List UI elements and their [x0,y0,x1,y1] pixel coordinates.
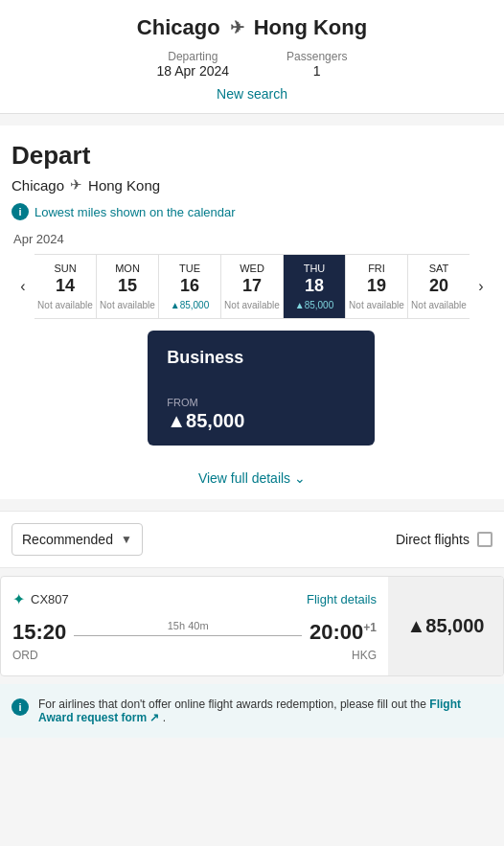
calendar-day-17[interactable]: WED 17 Not available [221,255,284,318]
day-number: 15 [99,276,156,296]
calendar-day-14[interactable]: SUN 14 Not available [34,255,97,318]
day-number: 14 [36,276,94,296]
lowest-miles-banner: i Lowest miles shown on the calendar [11,203,493,220]
info-footer-text: For airlines that don't offer online fli… [38,697,493,724]
next-day-indicator: +1 [363,621,377,634]
info-footer: i For airlines that don't offer online f… [0,684,504,738]
from-label: FROM [167,397,355,408]
direct-flights-checkbox[interactable] [477,532,493,547]
business-card[interactable]: Business FROM ▲85,000 [148,331,375,446]
departure-time: 15:20 [12,620,66,645]
miles-amount: ▲85,000 [407,615,485,637]
day-status: Not available [223,300,281,310]
flight-info: ✦ CX807 Flight details 15:20 15h 40m 20:… [1,577,388,675]
calendar-next-button[interactable]: › [470,254,493,319]
airport-row: ORD HKG [12,649,377,662]
times-row: 15:20 15h 40m 20:00+1 [12,620,377,645]
day-number: 20 [410,276,468,296]
chevron-down-icon: ⌄ [294,470,306,486]
new-search-button[interactable]: New search [217,86,287,102]
direct-flights-label: Direct flights [396,532,470,547]
calendar-day-16[interactable]: TUE 16 ▲85,000 [159,255,221,318]
header: Chicago ✈ Hong Kong Departing 18 Apr 202… [0,0,504,114]
day-status: Not available [410,300,468,310]
day-name: MON [99,263,156,274]
sub-arrow-icon: ✈ [70,176,82,194]
day-number: 18 [286,276,343,296]
airline-row: ✦ CX807 Flight details [12,590,377,608]
day-number: 19 [348,276,405,296]
calendar-day-20[interactable]: SAT 20 Not available [408,255,470,318]
calendar-month: Apr 2024 [11,232,493,246]
sub-origin: Chicago [11,177,64,194]
business-label: Business [167,348,355,368]
departing-info: Departing 18 Apr 2024 [157,50,230,79]
dropdown-arrow-icon: ▼ [121,533,132,546]
day-name: THU [286,263,343,274]
sub-destination: Hong Kong [88,177,160,194]
destination-city: Hong Kong [254,15,368,40]
day-miles: ▲85,000 [161,300,218,310]
day-name: SAT [410,263,468,274]
depart-section: Depart Chicago ✈ Hong Kong i Lowest mile… [0,126,504,499]
flight-arrow-icon: ✈ [230,17,244,38]
from-miles: ▲85,000 [167,410,355,432]
passengers-count: 1 [286,63,347,79]
trip-info: Departing 18 Apr 2024 Passengers 1 [11,50,493,79]
calendar-day-19[interactable]: FRI 19 Not available [346,255,408,318]
day-number: 17 [223,276,281,296]
day-name: FRI [348,263,405,274]
day-name: WED [223,263,281,274]
flight-line-bar [74,635,302,636]
sort-label: Recommended [22,532,113,547]
flight-duration: 15h 40m [164,620,213,631]
flight-card: ✦ CX807 Flight details 15:20 15h 40m 20:… [0,576,504,676]
miles-icon: ▲ [407,615,426,636]
sort-dropdown[interactable]: Recommended ▼ [11,523,143,556]
day-name: SUN [36,263,94,274]
info-footer-icon: i [11,698,29,716]
departure-airport: ORD [12,649,38,662]
departing-date: 18 Apr 2024 [157,63,230,79]
day-status: Not available [348,300,405,310]
direct-flights-toggle[interactable]: Direct flights [396,532,493,547]
flight-line: 15h 40m [74,626,302,640]
business-card-wrap: Business FROM ▲85,000 [11,319,493,457]
passengers-info: Passengers 1 [286,50,347,79]
day-status: Not available [36,300,94,310]
calendar-day-15[interactable]: MON 15 Not available [97,255,159,318]
route-sub: Chicago ✈ Hong Kong [11,176,493,194]
calendar-days: SUN 14 Not available MON 15 Not availabl… [34,254,470,319]
info-icon: i [11,203,29,220]
calendar-nav: ‹ SUN 14 Not available MON 15 Not availa… [11,254,493,319]
departing-label: Departing [157,50,230,63]
calendar-day-18[interactable]: THU 18 ▲85,000 [284,255,346,318]
day-number: 16 [161,276,218,296]
miles-price[interactable]: ▲85,000 [388,577,503,675]
flight-details-link[interactable]: Flight details [307,592,377,606]
calendar-prev-button[interactable]: ‹ [11,254,34,319]
flights-list: ✦ CX807 Flight details 15:20 15h 40m 20:… [0,576,504,676]
origin-city: Chicago [137,15,220,40]
airline-name: ✦ CX807 [12,590,69,608]
route-line: Chicago ✈ Hong Kong [11,15,493,40]
day-miles: ▲85,000 [286,300,343,310]
lowest-miles-text: Lowest miles shown on the calendar [34,205,236,219]
arrival-time: 20:00+1 [309,620,377,645]
day-name: TUE [161,263,218,274]
view-full-details-button[interactable]: View full details ⌄ [11,457,493,499]
filter-bar: Recommended ▼ Direct flights [0,511,504,568]
cathay-pacific-icon: ✦ [12,590,25,608]
day-status: Not available [99,300,156,310]
passengers-label: Passengers [286,50,347,63]
depart-title: Depart [11,141,493,171]
arrival-airport: HKG [352,649,377,662]
flight-number: CX807 [31,592,69,606]
